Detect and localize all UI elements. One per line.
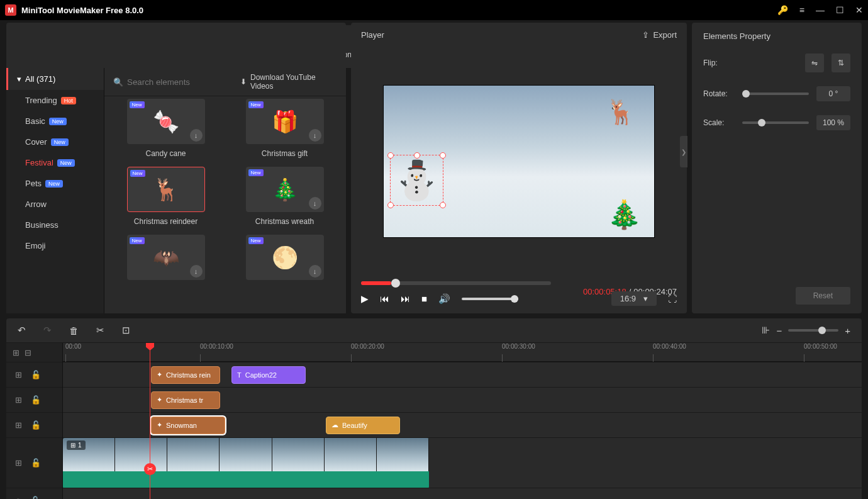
track-header[interactable]: ♫🔓 [6, 488, 62, 499]
redo-button[interactable]: ↷ [43, 325, 52, 336]
sidebar-item-trending[interactable]: TrendingHot [6, 90, 104, 111]
timeline-clip[interactable]: TCaption22 [231, 366, 306, 384]
seek-bar[interactable] [361, 281, 551, 285]
timeline-track-video[interactable]: ⊞1 [63, 437, 862, 488]
aspect-value: 16:9 [620, 294, 636, 303]
element-card[interactable]: New🦇↓ [116, 235, 216, 285]
aspect-select[interactable]: 16:9 ▾ [611, 291, 657, 306]
preview-canvas[interactable]: ⛄ 🦌 🎄 [383, 85, 655, 238]
rotate-value[interactable]: 0 ° [816, 86, 850, 101]
sidebar-item-festival[interactable]: FestivalNew [6, 152, 104, 173]
playhead[interactable]: ✂ [150, 343, 150, 499]
sidebar-item-arrow[interactable]: Arrow [6, 194, 104, 215]
clip-label: Caption22 [245, 371, 277, 379]
volume-icon[interactable]: 🔊 [438, 293, 450, 305]
download-button[interactable]: ↓ [309, 265, 321, 278]
sticker-snowman[interactable]: ⛄ [390, 155, 443, 206]
close-icon[interactable]: ✕ [855, 5, 863, 15]
ruler-mark: 00:00:30:00 [502, 343, 535, 350]
split-badge-icon[interactable]: ✂ [144, 463, 156, 475]
element-card[interactable]: New🎄↓ Christmas wreath [235, 167, 335, 226]
sidebar-all[interactable]: ▾ All (371) [6, 68, 104, 90]
download-button[interactable]: ↓ [190, 265, 203, 278]
sticker-tree[interactable]: 🎄 [607, 198, 642, 231]
lock-icon[interactable]: 🔓 [31, 370, 41, 379]
export-button[interactable]: ⇪ Export [642, 30, 677, 40]
ruler-mark: 00:00:40:00 [653, 343, 686, 350]
split-button[interactable]: ✂ [96, 325, 104, 336]
app-logo-icon: M [5, 4, 16, 16]
snap-icon[interactable]: ⊪ [762, 325, 770, 336]
sidebar-item-business[interactable]: Business [6, 215, 104, 235]
stop-button[interactable]: ■ [421, 293, 427, 304]
zoom-out-button[interactable]: − [776, 325, 782, 336]
category-sidebar: ▾ All (371) TrendingHot BasicNew CoverNe… [6, 68, 104, 313]
element-card[interactable]: New🍬↓ Candy cane [116, 99, 216, 158]
download-button[interactable]: ↓ [309, 129, 321, 142]
scale-slider[interactable] [742, 121, 809, 124]
track-header[interactable]: ⊞🔓 [6, 387, 62, 412]
video-icon: ⊞ [70, 442, 75, 449]
lock-icon[interactable]: 🔓 [31, 395, 41, 405]
flip-vertical-button[interactable]: ⇅ [832, 53, 850, 72]
zoom-slider[interactable] [788, 329, 838, 332]
lock-icon[interactable]: 🔓 [31, 458, 41, 468]
rotate-slider[interactable] [742, 93, 809, 95]
download-button[interactable]: ↓ [190, 129, 203, 142]
key-icon[interactable]: 🔑 [777, 5, 788, 15]
search-box[interactable]: 🔍 [113, 77, 228, 87]
download-button[interactable]: ↓ [309, 197, 321, 210]
play-button[interactable]: ▶ [361, 293, 369, 305]
crop-button[interactable]: ⊡ [122, 325, 130, 336]
preview-area[interactable]: ⛄ 🦌 🎄 [361, 47, 677, 276]
maximize-icon[interactable]: ☐ [836, 5, 844, 15]
video-clip[interactable]: ⊞1 [63, 438, 429, 488]
timeline-track[interactable]: ✦Christmas tr [63, 387, 862, 412]
undo-button[interactable]: ↶ [18, 325, 26, 336]
timeline-clip[interactable]: ✦Snowman [151, 417, 225, 434]
expand-panel-tab[interactable]: ❯ [680, 136, 687, 167]
download-videos-link[interactable]: ⬇ Download YouTube Videos [240, 73, 337, 91]
timeline-track[interactable]: ✦Snowman ☁Beautify [63, 412, 862, 437]
menu-icon[interactable]: ≡ [799, 5, 804, 15]
timeline-ruler[interactable]: 00:00 00:00:10:00 00:00:20:00 00:00:30:0… [63, 343, 862, 362]
prev-frame-button[interactable]: ⏮ [380, 293, 389, 304]
sticker-reindeer[interactable]: 🦌 [606, 98, 635, 126]
clip-label: Christmas rein [166, 371, 211, 379]
timeline-clip[interactable]: ✦Christmas rein [151, 366, 220, 384]
track-header[interactable]: ⊞🔓 [6, 412, 62, 437]
fullscreen-button[interactable]: ⛶ [668, 294, 677, 304]
sidebar-item-pets[interactable]: PetsNew [6, 173, 104, 194]
delete-button[interactable]: 🗑 [69, 325, 79, 336]
flip-horizontal-button[interactable]: ⇋ [805, 53, 824, 72]
timeline-track-audio[interactable] [63, 488, 862, 499]
element-card[interactable]: New🎁↓ Christmas gift [235, 99, 335, 158]
sidebar-item-basic[interactable]: BasicNew [6, 111, 104, 132]
volume-slider[interactable] [462, 298, 518, 300]
track-header[interactable]: ⊞🔓 [6, 437, 62, 488]
timeline-clip[interactable]: ✦Christmas tr [151, 391, 220, 409]
sidebar-item-emoji[interactable]: Emoji [6, 235, 104, 256]
lock-icon[interactable]: 🔓 [31, 420, 41, 430]
rotate-label: Rotate: [703, 89, 735, 98]
zoom-in-button[interactable]: + [845, 325, 850, 336]
element-card[interactable]: New🦌 Christmas reindeer [116, 167, 216, 226]
timeline-clip[interactable]: ☁Beautify [326, 417, 400, 434]
element-card[interactable]: New🌕↓ [235, 235, 335, 285]
element-thumb-icon: 🦌 [153, 177, 179, 202]
remove-track-icon[interactable]: ⊟ [25, 348, 31, 357]
track-header[interactable]: ⊞🔓 [6, 362, 62, 387]
minimize-icon[interactable]: — [816, 5, 825, 15]
ruler-mark: 00:00:20:00 [351, 343, 384, 350]
search-input[interactable] [127, 77, 228, 87]
properties-panel: Elements Property Flip: ⇋ ⇅ Rotate: 0 ° … [692, 23, 862, 313]
reset-button[interactable]: Reset [796, 287, 850, 305]
next-frame-button[interactable]: ⏭ [401, 293, 410, 304]
lock-icon[interactable]: 🔓 [30, 496, 40, 499]
timeline-track[interactable]: ✦Christmas rein TCaption22 [63, 362, 862, 387]
scale-value[interactable]: 100 % [816, 115, 850, 130]
add-track-icon[interactable]: ⊞ [13, 348, 19, 357]
sidebar-item-cover[interactable]: CoverNew [6, 132, 104, 152]
new-badge: New [248, 101, 264, 108]
element-icon: ✦ [157, 371, 162, 379]
